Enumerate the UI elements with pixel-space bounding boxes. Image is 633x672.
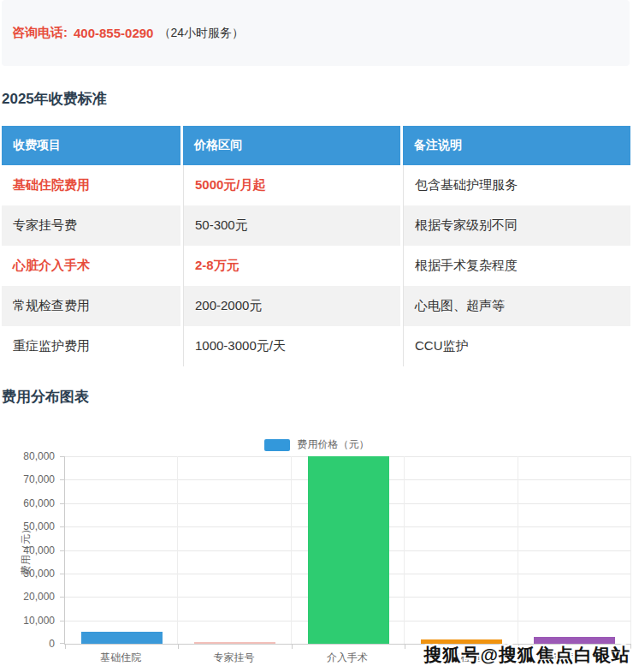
y-tick-label: 70,000 <box>23 473 55 485</box>
cell-note: 包含基础护理服务 <box>403 165 630 205</box>
y-tick-label: 30,000 <box>23 568 55 580</box>
cell-item: 专家挂号费 <box>2 205 180 246</box>
x-tick-mark <box>292 645 293 649</box>
notice-label: 咨询电话: <box>12 25 68 41</box>
table-body: 基础住院费用 5000元/月起 包含基础护理服务 专家挂号费 50-300元 根… <box>2 165 630 366</box>
cell-note: 根据手术复杂程度 <box>403 246 630 286</box>
y-tick-mark <box>60 643 64 644</box>
y-tick-mark <box>60 597 64 598</box>
y-tick-label: 20,000 <box>23 591 55 603</box>
y-tick-mark <box>60 621 64 621</box>
cost-distribution-chart: 费用价格（元） 费用（元） 010,00020,00030,00040,0005… <box>0 432 633 672</box>
chart-section-title: 费用分布图表 <box>2 387 89 407</box>
v-gridline <box>630 456 631 644</box>
cell-item: 基础住院费用 <box>2 165 180 205</box>
chart-bar-专家挂号 <box>194 642 275 644</box>
y-tick-label: 40,000 <box>23 544 55 556</box>
y-tick-mark <box>60 456 64 457</box>
table-header-row: 收费项目 价格区间 备注说明 <box>2 126 630 165</box>
cell-price: 2-8万元 <box>183 246 400 286</box>
cell-price: 5000元/月起 <box>183 165 400 205</box>
cell-item: 心脏介入手术 <box>2 246 180 286</box>
phone-number: 400-855-0290 <box>74 26 153 40</box>
column-header-item: 收费项目 <box>2 126 180 165</box>
cell-price: 50-300元 <box>183 205 400 246</box>
y-tick-label: 80,000 <box>23 450 55 462</box>
y-tick-label: 50,000 <box>23 520 55 532</box>
service-hours: （24小时服务） <box>158 26 244 41</box>
table-row: 重症监护费用 1000-3000元/天 CCU监护 <box>2 326 630 366</box>
x-tick-label: 介入手术 <box>291 651 404 665</box>
v-gridline <box>291 456 292 644</box>
table-row: 常规检查费用 200-2000元 心电图、超声等 <box>2 286 630 326</box>
y-tick-label: 0 <box>49 638 55 650</box>
y-axis-labels: 010,00020,00030,00040,00050,00060,00070,… <box>0 456 55 644</box>
cell-note: CCU监护 <box>403 326 630 366</box>
y-tick-label: 60,000 <box>23 497 55 509</box>
x-tick-mark <box>405 645 405 649</box>
legend-label: 费用价格（元） <box>298 437 370 452</box>
y-tick-label: 10,000 <box>23 615 55 627</box>
x-tick-label: 专家挂号 <box>177 651 290 665</box>
chart-legend[interactable]: 费用价格（元） <box>0 437 633 452</box>
column-header-price: 价格区间 <box>183 126 400 165</box>
consultation-notice: 咨询电话: 400-855-0290 （24小时服务） <box>2 0 630 66</box>
table-row: 心脏介入手术 2-8万元 根据手术复杂程度 <box>2 246 630 286</box>
cell-note: 心电图、超声等 <box>403 286 630 326</box>
y-tick-mark <box>60 503 64 504</box>
y-tick-mark <box>60 526 64 527</box>
v-gridline <box>404 456 405 644</box>
cell-item: 重症监护费用 <box>2 326 180 366</box>
cell-price: 1000-3000元/天 <box>183 326 400 366</box>
v-gridline <box>177 456 178 644</box>
page: 咨询电话: 400-855-0290 （24小时服务） 2025年收费标准 收费… <box>0 0 633 672</box>
table-row: 基础住院费用 5000元/月起 包含基础护理服务 <box>2 165 630 205</box>
x-tick-mark <box>178 645 179 649</box>
v-gridline <box>518 456 518 644</box>
x-tick-label: 基础住院 <box>64 651 177 665</box>
pricing-table: 收费项目 价格区间 备注说明 基础住院费用 5000元/月起 包含基础护理服务 … <box>2 126 630 366</box>
y-tick-mark <box>60 479 64 480</box>
x-tick-mark <box>65 645 66 649</box>
cell-note: 根据专家级别不同 <box>403 205 630 246</box>
legend-swatch-icon <box>264 439 290 451</box>
cell-price: 200-2000元 <box>183 286 400 326</box>
chart-bar-基础住院 <box>81 632 163 644</box>
column-header-note: 备注说明 <box>403 126 630 165</box>
y-tick-mark <box>60 574 64 574</box>
pricing-section-title: 2025年收费标准 <box>2 89 107 109</box>
table-row: 专家挂号费 50-300元 根据专家级别不同 <box>2 205 630 246</box>
chart-plot <box>64 456 631 645</box>
watermark: 搜狐号@搜狐焦点白银站 <box>424 643 630 667</box>
cell-item: 常规检查费用 <box>2 286 180 326</box>
x-tick-mark <box>630 645 631 649</box>
chart-bar-介入手术 <box>308 456 389 644</box>
y-tick-mark <box>60 550 64 551</box>
